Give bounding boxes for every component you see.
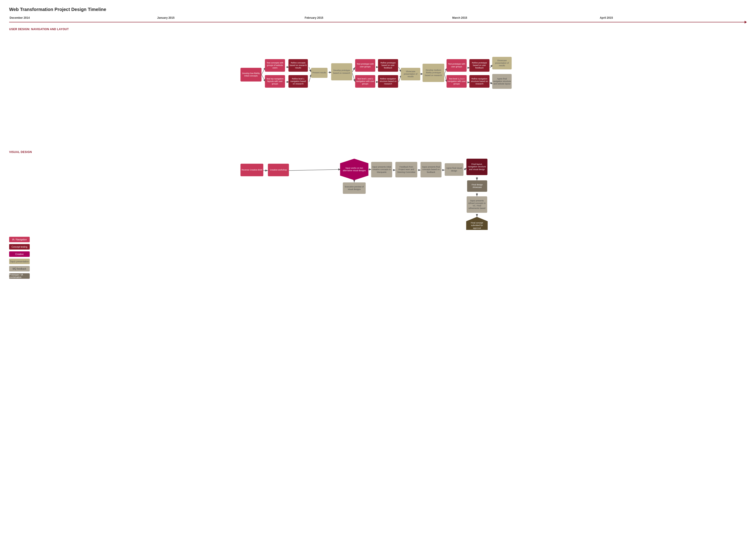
legend: IA / Navigation Concept testing Creative… — [9, 237, 747, 279]
timeline-header: December 2014 January 2015 February 2015… — [9, 16, 747, 19]
visual-design-section: VISUAL DESIGN — [9, 150, 747, 230]
legend-label-creative: Creative — [15, 253, 23, 255]
legend-box-prototype: Prototype / IA combination — [9, 273, 30, 279]
month-feb: February 2015 — [304, 16, 452, 19]
legend-label-ia: IA / Navigation — [12, 238, 27, 241]
page-title: Web Transformation Project Design Timeli… — [9, 7, 747, 12]
legend-label-mq: MQ feedback — [13, 267, 26, 270]
timeline-arrow — [9, 21, 747, 23]
legend-item-prototype: Prototype / IA combination — [9, 273, 747, 279]
legend-label-squiz: Squiz presentation — [10, 260, 29, 263]
visual-design-label: VISUAL DESIGN — [9, 150, 747, 154]
month-apr: April 2015 — [599, 16, 747, 19]
nav-svg: Develop low-fidelity initial concepts Te… — [9, 34, 747, 143]
visual-diagram: Reverse Creative Brief Creative workshop… — [9, 157, 747, 230]
legend-box-mq: MQ feedback — [9, 266, 30, 271]
legend-item-mq: MQ feedback — [9, 266, 747, 271]
legend-box-squiz: Squiz presentation — [9, 259, 30, 264]
legend-box-ia: IA / Navigation — [9, 237, 30, 242]
legend-item-squiz: Squiz presentation — [9, 259, 747, 264]
legend-item-creative: Creative — [9, 251, 747, 257]
timeline-months: December 2014 January 2015 February 2015… — [9, 16, 747, 19]
visual-svg: Reverse Creative Brief Creative workshop… — [9, 157, 747, 230]
month-jan: January 2015 — [157, 16, 304, 19]
legend-label-prototype: Prototype / IA combination — [9, 273, 30, 279]
user-design-section: USER DESIGN: NAVIGATION AND LAYOUT — [9, 28, 747, 143]
legend-box-concept: Concept testing — [9, 244, 30, 249]
svg-line-42 — [289, 169, 341, 170]
nav-diagram: Develop low-fidelity initial concepts Te… — [9, 34, 747, 143]
month-dec: December 2014 — [9, 16, 157, 19]
month-mar: March 2015 — [452, 16, 599, 19]
legend-item-ia: IA / Navigation — [9, 237, 747, 242]
legend-item-concept: Concept testing — [9, 244, 747, 249]
user-design-label: USER DESIGN: NAVIGATION AND LAYOUT — [9, 28, 747, 31]
svg-line-9 — [352, 72, 355, 82]
legend-box-creative: Creative — [9, 251, 30, 257]
svg-line-8 — [352, 67, 355, 72]
legend-label-concept: Concept testing — [12, 246, 27, 248]
